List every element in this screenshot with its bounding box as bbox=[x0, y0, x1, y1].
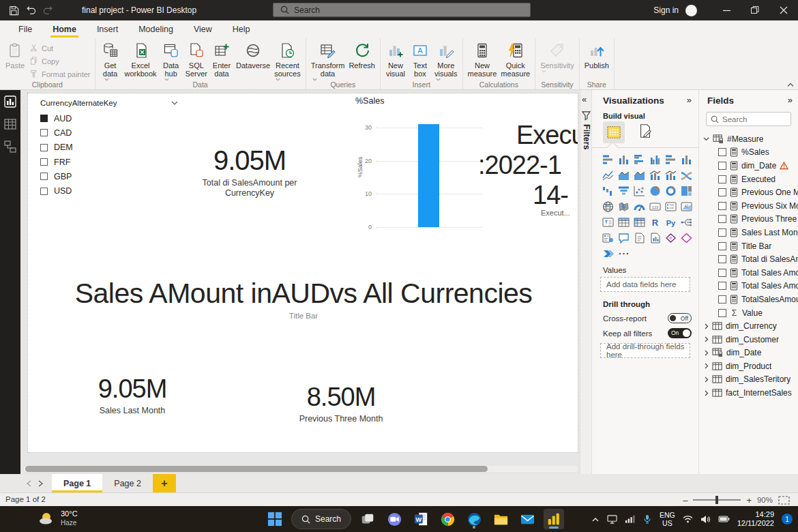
menu-modeling[interactable]: Modeling bbox=[128, 20, 183, 38]
zoom-slider-thumb[interactable] bbox=[715, 496, 718, 504]
line-chart-icon[interactable] bbox=[600, 167, 616, 183]
menu-insert[interactable]: Insert bbox=[87, 20, 128, 38]
card-icon[interactable]: 123 bbox=[647, 198, 663, 214]
kpi-icon[interactable]: 42 bbox=[679, 198, 694, 214]
filters-pane-label[interactable]: Filters bbox=[582, 124, 591, 150]
sql-server-button[interactable]: SQL Server bbox=[183, 40, 209, 79]
stacked-bar-chart-icon[interactable] bbox=[600, 151, 616, 167]
key-influencers-icon[interactable] bbox=[600, 230, 616, 246]
mail-icon[interactable] bbox=[517, 509, 537, 529]
line-and-clustered-column-chart-icon[interactable] bbox=[663, 167, 679, 183]
q-and-a-icon[interactable] bbox=[616, 230, 632, 246]
field-measure-total-sales-amo[interactable]: Total Sales Amo... bbox=[699, 280, 798, 293]
scatter-chart-icon[interactable] bbox=[632, 183, 647, 198]
field-table-dim-product[interactable]: dim_Product bbox=[699, 359, 798, 373]
treemap-icon[interactable] bbox=[679, 183, 694, 198]
checkbox[interactable] bbox=[40, 173, 48, 180]
checkbox[interactable] bbox=[718, 175, 726, 183]
field-measure-executed[interactable]: Executed bbox=[699, 173, 798, 186]
decomposition-tree-icon[interactable] bbox=[679, 214, 694, 230]
arcgis-maps-icon[interactable] bbox=[679, 230, 694, 246]
taskbar-search[interactable]: Search bbox=[291, 509, 351, 529]
chart-bar[interactable] bbox=[418, 124, 439, 227]
checkbox[interactable] bbox=[718, 148, 726, 156]
paginated-report-icon[interactable] bbox=[647, 230, 663, 246]
redo-icon[interactable] bbox=[42, 5, 54, 16]
100-stacked-bar-chart-icon[interactable] bbox=[663, 151, 679, 167]
horizontal-scrollbar[interactable] bbox=[24, 466, 578, 472]
monitor-icon[interactable] bbox=[607, 515, 617, 524]
report-page[interactable]: CurrencyAlternateKey AUDCADDEMFRFGBPUSD … bbox=[27, 93, 578, 453]
area-chart-icon[interactable] bbox=[616, 167, 632, 183]
card-previous-three-month[interactable]: 8.50M Previous Three Month bbox=[259, 383, 423, 424]
expand-filters-icon[interactable]: « bbox=[582, 94, 587, 104]
checkbox[interactable] bbox=[40, 144, 48, 151]
fields-search-input[interactable] bbox=[722, 115, 780, 123]
slicer-item-gbp[interactable]: GBP bbox=[40, 169, 178, 183]
zoom-out-button[interactable]: – bbox=[683, 495, 688, 505]
menu-home[interactable]: Home bbox=[42, 20, 87, 38]
field-measure-total-sales-amo[interactable]: Total Sales Amo... bbox=[699, 266, 798, 280]
checkbox[interactable] bbox=[718, 228, 726, 237]
collapse-visualizations-icon[interactable]: » bbox=[687, 95, 692, 105]
close-button[interactable] bbox=[769, 0, 798, 20]
table-icon[interactable] bbox=[616, 214, 632, 230]
checkbox[interactable] bbox=[40, 115, 48, 122]
refresh-button[interactable]: Refresh bbox=[346, 40, 377, 71]
chevron-right-icon[interactable] bbox=[703, 323, 709, 329]
chevron-right-icon[interactable] bbox=[703, 363, 709, 369]
checkbox[interactable] bbox=[718, 162, 726, 170]
avatar[interactable] bbox=[685, 5, 697, 16]
checkbox[interactable] bbox=[718, 242, 726, 250]
multi-row-card-icon[interactable] bbox=[663, 198, 679, 214]
add-page-button[interactable]: + bbox=[153, 474, 176, 492]
start-button[interactable] bbox=[265, 509, 285, 529]
report-view-icon[interactable] bbox=[4, 95, 16, 108]
language-indicator[interactable]: ENGUS bbox=[660, 511, 675, 527]
menu-view[interactable]: View bbox=[183, 20, 222, 38]
field-measure-previous-three[interactable]: Previous Three ... bbox=[699, 213, 798, 226]
slicer-item-cad[interactable]: CAD bbox=[40, 125, 178, 140]
keep-filters-toggle[interactable]: On bbox=[668, 328, 692, 338]
format-painter-button[interactable]: Format painter bbox=[27, 68, 92, 80]
field-measure-sales-last-month[interactable]: Sales Last Month bbox=[699, 226, 798, 239]
microphone-icon[interactable] bbox=[642, 514, 652, 524]
quick-measure-button[interactable]: Quick measure bbox=[499, 40, 532, 79]
line-and-stacked-column-chart-icon[interactable] bbox=[647, 167, 663, 183]
power-automate-icon[interactable] bbox=[600, 246, 616, 261]
recent-sources-button[interactable]: Recent sources bbox=[272, 40, 303, 83]
data-hub-button[interactable]: Data hub bbox=[159, 40, 183, 83]
filled-map-icon[interactable] bbox=[616, 198, 632, 214]
r-script-visual-icon[interactable]: R bbox=[647, 214, 663, 230]
field-measure-dim-date[interactable]: dim_Date bbox=[699, 159, 798, 173]
add-drill-through-well[interactable]: Add drill-through fields here bbox=[600, 343, 690, 358]
minimize-button[interactable] bbox=[712, 0, 741, 20]
menu-help[interactable]: Help bbox=[222, 20, 261, 38]
clustered-column-chart-icon[interactable] bbox=[647, 151, 663, 167]
data-view-icon[interactable] bbox=[4, 118, 16, 130]
sign-in-button[interactable]: Sign in bbox=[647, 5, 685, 15]
power-apps-icon[interactable] bbox=[663, 230, 679, 246]
excel-workbook-button[interactable]: Excel workbook bbox=[123, 40, 159, 79]
weather-widget[interactable]: 30°CHaze bbox=[38, 509, 78, 527]
battery-icon[interactable] bbox=[718, 515, 730, 523]
field-measure-total-di-salesam[interactable]: Total di SalesAm... bbox=[699, 252, 798, 266]
text-box-button[interactable]: AText box bbox=[408, 40, 432, 79]
teams-chat-icon[interactable] bbox=[384, 509, 404, 529]
field-measure-totalsalesamou[interactable]: TotalSalesAmou... bbox=[699, 293, 798, 306]
build-visual-mode-button[interactable] bbox=[603, 121, 625, 143]
sensitivity-button[interactable]: Sensitivity bbox=[538, 40, 576, 74]
field-table-dim-salesteritory[interactable]: dim_SalesTeritory bbox=[699, 373, 798, 387]
chevron-right-icon[interactable] bbox=[703, 336, 709, 342]
add-data-fields-well[interactable]: Add data fields here bbox=[600, 277, 690, 292]
cellular-bars-icon[interactable] bbox=[625, 515, 635, 523]
titlebar-search[interactable]: Search bbox=[273, 3, 531, 17]
field-measure-title-bar[interactable]: Title Bar bbox=[699, 239, 798, 253]
chevron-right-icon[interactable] bbox=[703, 376, 709, 383]
card-sales-last-month[interactable]: 9.05M Sales Last Month bbox=[78, 374, 187, 416]
checkbox[interactable] bbox=[718, 309, 726, 317]
checkbox[interactable] bbox=[40, 188, 48, 195]
matrix-icon[interactable] bbox=[632, 214, 647, 230]
field-measure-%sales[interactable]: %Sales bbox=[699, 146, 798, 160]
format-visual-mode-button[interactable] bbox=[637, 123, 653, 139]
